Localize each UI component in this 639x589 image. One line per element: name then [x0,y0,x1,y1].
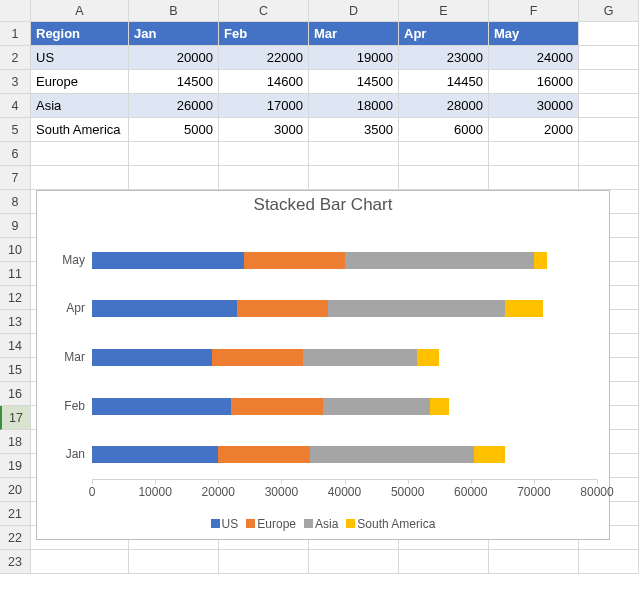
col-header-F[interactable]: F [489,0,579,22]
row-header-23[interactable]: 23 [0,550,31,574]
embedded-chart[interactable]: Stacked Bar Chart 0100002000030000400005… [36,190,610,540]
bar-segment-feb-europe [231,398,323,415]
cell-F4[interactable]: 30000 [489,94,579,118]
cell-E1[interactable]: Apr [399,22,489,46]
cell-B1[interactable]: Jan [129,22,219,46]
row-header-14[interactable]: 14 [0,334,31,358]
row-header-1[interactable]: 1 [0,22,31,46]
row-header-8[interactable]: 8 [0,190,31,214]
cell-B6[interactable] [129,142,219,166]
cell-B3[interactable]: 14500 [129,70,219,94]
x-label-0: 0 [89,485,96,499]
col-header-B[interactable]: B [129,0,219,22]
cell-F6[interactable] [489,142,579,166]
cell-F7[interactable] [489,166,579,190]
row-header-2[interactable]: 2 [0,46,31,70]
cell-A3[interactable]: Europe [31,70,129,94]
cell-B23[interactable] [129,550,219,574]
cell-F5[interactable]: 2000 [489,118,579,142]
spreadsheet[interactable]: A B C D E F G 1 2 3 4 5 6 7 8 9 10 11 12… [0,0,639,589]
col-header-G[interactable]: G [579,0,639,22]
x-tick [281,479,282,484]
row-header-4[interactable]: 4 [0,94,31,118]
row-header-6[interactable]: 6 [0,142,31,166]
col-header-D[interactable]: D [309,0,399,22]
bar-segment-mar-us [92,349,212,366]
row-header-16[interactable]: 16 [0,382,31,406]
cell-A1[interactable]: Region [31,22,129,46]
row-header-19[interactable]: 19 [0,454,31,478]
cell-B5[interactable]: 5000 [129,118,219,142]
cell-D2[interactable]: 19000 [309,46,399,70]
col-header-A[interactable]: A [31,0,129,22]
cell-E2[interactable]: 23000 [399,46,489,70]
cell-D1[interactable]: Mar [309,22,399,46]
cell-E23[interactable] [399,550,489,574]
cell-C4[interactable]: 17000 [219,94,309,118]
cell-D4[interactable]: 18000 [309,94,399,118]
cell-C5[interactable]: 3000 [219,118,309,142]
cell-D7[interactable] [309,166,399,190]
cell-A5[interactable]: South America [31,118,129,142]
row-header-12[interactable]: 12 [0,286,31,310]
cell-G4[interactable] [579,94,639,118]
row-header-17[interactable]: 17 [0,406,31,430]
cell-E6[interactable] [399,142,489,166]
legend-label-eu: Europe [257,517,296,531]
row-header-11[interactable]: 11 [0,262,31,286]
row-header-7[interactable]: 7 [0,166,31,190]
row-header-9[interactable]: 9 [0,214,31,238]
x-tick [92,479,93,484]
cell-D23[interactable] [309,550,399,574]
cell-C7[interactable] [219,166,309,190]
cell-G7[interactable] [579,166,639,190]
cell-E4[interactable]: 28000 [399,94,489,118]
cell-E7[interactable] [399,166,489,190]
cell-F23[interactable] [489,550,579,574]
cell-C3[interactable]: 14600 [219,70,309,94]
cell-G23[interactable] [579,550,639,574]
row-header-5[interactable]: 5 [0,118,31,142]
row-header-20[interactable]: 20 [0,478,31,502]
cell-G5[interactable] [579,118,639,142]
legend-label-us: US [222,517,239,531]
cell-E5[interactable]: 6000 [399,118,489,142]
cell-G3[interactable] [579,70,639,94]
cell-F2[interactable]: 24000 [489,46,579,70]
cell-G2[interactable] [579,46,639,70]
row-header-10[interactable]: 10 [0,238,31,262]
col-header-C[interactable]: C [219,0,309,22]
cell-C2[interactable]: 22000 [219,46,309,70]
cell-C6[interactable] [219,142,309,166]
col-header-E[interactable]: E [399,0,489,22]
cell-A4[interactable]: Asia [31,94,129,118]
cell-G1[interactable] [579,22,639,46]
x-label-60000: 60000 [454,485,487,499]
select-all-corner[interactable] [0,0,31,22]
cell-A2[interactable]: US [31,46,129,70]
cell-G6[interactable] [579,142,639,166]
cell-E3[interactable]: 14450 [399,70,489,94]
cell-D6[interactable] [309,142,399,166]
row-header-18[interactable]: 18 [0,430,31,454]
cell-B7[interactable] [129,166,219,190]
row-header-15[interactable]: 15 [0,358,31,382]
cell-F1[interactable]: May [489,22,579,46]
bar-segment-may-south-america [534,252,547,269]
row-header-3[interactable]: 3 [0,70,31,94]
row-header-21[interactable]: 21 [0,502,31,526]
cell-A6[interactable] [31,142,129,166]
cell-D5[interactable]: 3500 [309,118,399,142]
bar-segment-jan-south-america [474,446,506,463]
cell-F3[interactable]: 16000 [489,70,579,94]
cell-A7[interactable] [31,166,129,190]
cell-B4[interactable]: 26000 [129,94,219,118]
row-header-22[interactable]: 22 [0,526,31,550]
cell-A23[interactable] [31,550,129,574]
cell-C23[interactable] [219,550,309,574]
cell-C1[interactable]: Feb [219,22,309,46]
bar-apr [92,300,597,317]
cell-B2[interactable]: 20000 [129,46,219,70]
row-header-13[interactable]: 13 [0,310,31,334]
cell-D3[interactable]: 14500 [309,70,399,94]
